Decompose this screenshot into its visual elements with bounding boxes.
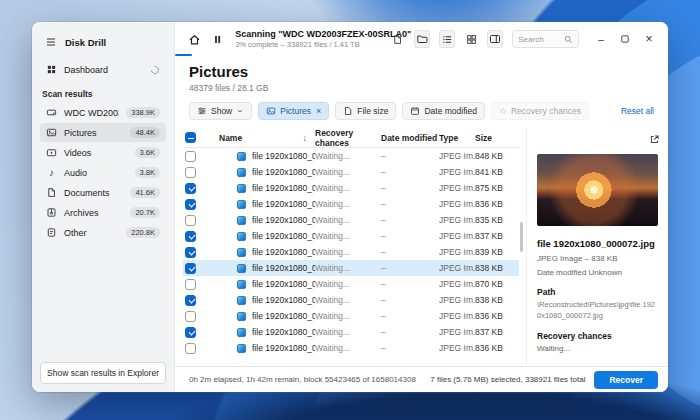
sort-descending-icon[interactable]: ↓ (303, 133, 308, 143)
row-checkbox[interactable] (185, 199, 196, 210)
row-checkbox[interactable] (185, 247, 196, 258)
filter-bar: Show Pictures × File size (175, 96, 668, 128)
type-cell: JPEG Im... (439, 183, 475, 193)
sidebar-item-videos[interactable]: Videos 3.6K (40, 143, 166, 162)
column-header-type[interactable]: Type (439, 133, 475, 143)
file-table: Name ↓ Recovery chances Date modified Ty… (175, 128, 519, 366)
type-cell: JPEG Im... (439, 295, 475, 305)
open-preview-external-icon[interactable] (649, 134, 660, 145)
close-button[interactable]: × (638, 30, 660, 48)
hamburger-menu-icon[interactable] (45, 36, 57, 48)
row-checkbox[interactable] (185, 327, 196, 338)
column-header-date[interactable]: Date modified (381, 133, 439, 143)
file-name: file 1920x1080_00... (252, 327, 315, 337)
minimize-button[interactable]: – (590, 30, 612, 48)
table-row[interactable]: file 1920x1080_00... Waiting... – JPEG I… (183, 324, 519, 340)
column-header-recovery[interactable]: Recovery chances (315, 128, 381, 148)
table-scrollbar[interactable] (519, 128, 526, 366)
recovery-cell: Waiting... (315, 167, 381, 177)
size-cell: 837 KB (475, 327, 519, 337)
count-badge: 3.8K (135, 167, 160, 178)
list-view-button[interactable] (439, 30, 455, 48)
pause-scan-button[interactable] (210, 30, 224, 48)
preview-thumbnail[interactable] (537, 154, 658, 226)
jpeg-file-icon (237, 296, 246, 305)
jpeg-file-icon (237, 184, 246, 193)
scan-title: Scanning "WDC WD2003FZEX-00SRLA0" (235, 29, 373, 40)
sidebar-item-archives[interactable]: Archives 20.7K (40, 203, 166, 222)
sidebar-item-label: Audio (64, 168, 128, 178)
preview-filename: file 1920x1080_000072.jpg (537, 238, 658, 249)
table-row[interactable]: file 1920x1080_00... Waiting... – JPEG I… (183, 212, 519, 228)
home-button[interactable] (187, 30, 201, 48)
recover-button[interactable]: Recover (594, 371, 658, 389)
row-checkbox[interactable] (185, 231, 196, 242)
reset-all-link[interactable]: Reset all (621, 106, 654, 116)
table-row[interactable]: file 1920x1080_00... Waiting... – JPEG I… (183, 148, 519, 164)
recovery-chances-label: Recovery chances (511, 106, 581, 116)
scan-status: Scanning "WDC WD2003FZEX-00SRLA0" 3% com… (235, 29, 373, 50)
new-session-button[interactable] (391, 30, 405, 48)
selection-summary-text: 7 files (5.76 MB) selected, 338921 files… (430, 375, 585, 384)
table-row[interactable]: file 1920x1080_00... Waiting... – JPEG I… (183, 164, 519, 180)
row-checkbox[interactable] (185, 151, 196, 162)
sidebar-item-dashboard[interactable]: Dashboard (40, 60, 166, 79)
row-checkbox[interactable] (185, 263, 196, 274)
sidebar-item-audio[interactable]: ♪ Audio 3.8K (40, 163, 166, 182)
chip-remove-icon[interactable]: × (316, 106, 321, 116)
sidebar-item-drive[interactable]: WDC WD2003FZEX-0... 338.9K (40, 103, 166, 122)
pictures-icon (46, 127, 57, 138)
sidebar-item-pictures[interactable]: Pictures 48.4K (40, 123, 166, 142)
table-row[interactable]: file 1920x1080_00... Waiting... – JPEG I… (183, 276, 519, 292)
column-header-name[interactable]: Name (219, 133, 242, 143)
file-size-filter-button[interactable]: File size (335, 102, 396, 120)
table-row[interactable]: file 1920x1080_00... Waiting... – JPEG I… (183, 340, 519, 356)
search-input[interactable] (518, 35, 560, 44)
date-modified-label: Date modified (424, 106, 476, 116)
search-icon (564, 35, 573, 44)
scrollbar-thumb[interactable] (520, 222, 523, 252)
preview-panel-toggle-button[interactable] (487, 30, 503, 48)
show-filter-button[interactable]: Show (189, 102, 252, 120)
column-header-size[interactable]: Size (475, 133, 519, 143)
select-all-checkbox[interactable] (185, 132, 196, 143)
grid-view-button[interactable] (464, 30, 478, 48)
sidebar-item-other[interactable]: Other 220.8K (40, 223, 166, 242)
row-checkbox[interactable] (185, 167, 196, 178)
show-scan-results-button[interactable]: Show scan results in Explorer (40, 362, 166, 384)
table-row[interactable]: file 1920x1080_00... Waiting... – JPEG I… (183, 308, 519, 324)
table-row[interactable]: file 1920x1080_00... Waiting... – JPEG I… (183, 196, 519, 212)
count-badge: 41.6K (130, 187, 160, 198)
size-cell: 848 KB (475, 151, 519, 161)
recovery-chances-filter-button[interactable]: ☆ Recovery chances (491, 102, 589, 120)
table-row[interactable]: file 1920x1080_00... Waiting... – JPEG I… (183, 292, 519, 308)
page-subtitle: 48379 files / 28.1 GB (189, 83, 654, 93)
table-row[interactable]: file 1920x1080_00... Waiting... – JPEG I… (183, 228, 519, 244)
chip-label: Pictures (280, 106, 311, 116)
table-row[interactable]: file 1920x1080_00... Waiting... – JPEG I… (183, 244, 519, 260)
scan-progress-text: 3% complete – 338921 files / 1.41 TB (235, 40, 373, 49)
row-checkbox[interactable] (185, 215, 196, 226)
size-cell: 838 KB (475, 295, 519, 305)
maximize-button[interactable] (614, 30, 636, 48)
file-size-label: File size (357, 106, 388, 116)
open-folder-button[interactable] (414, 30, 430, 48)
recovery-cell: Waiting... (315, 183, 381, 193)
row-checkbox[interactable] (185, 279, 196, 290)
date-modified-filter-button[interactable]: Date modified (402, 102, 484, 120)
pictures-filter-chip[interactable]: Pictures × (258, 102, 329, 120)
sidebar-item-label: Other (64, 228, 119, 238)
recovery-cell: Waiting... (315, 295, 381, 305)
row-checkbox[interactable] (185, 295, 196, 306)
jpeg-file-icon (237, 216, 246, 225)
table-row[interactable]: file 1920x1080_00... Waiting... – JPEG I… (183, 260, 519, 276)
jpeg-file-icon (237, 280, 246, 289)
scan-results-section-label: Scan results (40, 89, 166, 99)
audio-icon: ♪ (46, 167, 57, 178)
row-checkbox[interactable] (185, 183, 196, 194)
table-row[interactable]: file 1920x1080_00... Waiting... – JPEG I… (183, 180, 519, 196)
star-icon: ☆ (499, 106, 507, 116)
row-checkbox[interactable] (185, 343, 196, 354)
sidebar-item-documents[interactable]: Documents 41.6K (40, 183, 166, 202)
row-checkbox[interactable] (185, 311, 196, 322)
